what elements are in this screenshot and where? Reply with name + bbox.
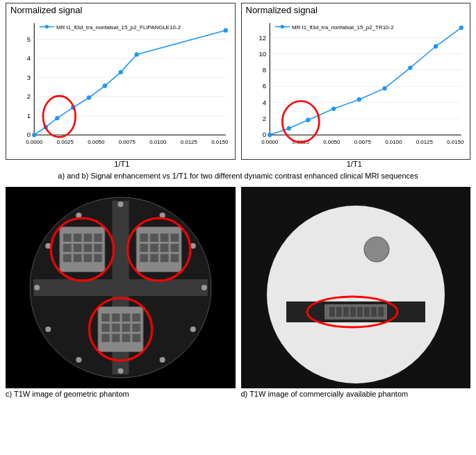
svg-point-20 <box>32 133 36 137</box>
image1-caption: c) T1W image of geometric phantom <box>6 388 236 399</box>
chart2-svg: 0 2 4 6 8 10 12 0.0000 0.0025 0.0050 0.0… <box>242 17 470 161</box>
svg-point-56 <box>286 126 290 131</box>
svg-point-55 <box>268 133 272 137</box>
svg-point-58 <box>331 106 335 110</box>
svg-text:3: 3 <box>27 74 31 81</box>
svg-point-64 <box>282 101 319 142</box>
charts-row: Normalized signal 0 1 2 3 4 5 0.0000 0.0… <box>0 0 476 160</box>
image-commercial-phantom: d) T1W image of commercially available p… <box>241 187 471 413</box>
svg-point-25 <box>103 83 107 88</box>
svg-text:8: 8 <box>262 66 265 74</box>
svg-point-60 <box>382 86 386 90</box>
svg-text:6: 6 <box>262 82 265 90</box>
chart-2: Normalized signal 0 2 4 6 8 10 12 0.0000… <box>241 3 471 160</box>
svg-text:0.0075: 0.0075 <box>354 139 371 145</box>
images-row: c) T1W image of geometric phantom d) T1W… <box>0 184 476 413</box>
svg-text:0.0000: 0.0000 <box>261 139 279 145</box>
svg-text:1: 1 <box>27 112 31 119</box>
svg-text:0.0125: 0.0125 <box>181 139 198 145</box>
svg-text:0: 0 <box>262 131 265 138</box>
image-geometric-phantom: c) T1W image of geometric phantom <box>6 187 236 413</box>
svg-text:2: 2 <box>27 92 31 100</box>
svg-point-22 <box>55 116 59 120</box>
phantom1-canvas <box>6 187 236 388</box>
svg-point-27 <box>134 52 138 56</box>
svg-point-61 <box>408 65 412 69</box>
chart1-title: Normalized signal <box>6 3 235 17</box>
svg-text:MR t1_fl3d_tra_nonfatsat_15_p2: MR t1_fl3d_tra_nonfatsat_15_p2_TR10-2 <box>292 24 394 31</box>
svg-text:0.0125: 0.0125 <box>416 139 433 145</box>
chart1-svg: 0 1 2 3 4 5 0.0000 0.0025 0.0050 0.0075 … <box>6 17 235 161</box>
main-container: Normalized signal 0 1 2 3 4 5 0.0000 0.0… <box>0 0 476 455</box>
svg-point-63 <box>459 26 463 30</box>
svg-text:0.0150: 0.0150 <box>447 139 464 145</box>
svg-point-28 <box>224 28 228 33</box>
svg-text:0.0025: 0.0025 <box>57 139 74 145</box>
svg-text:0.0050: 0.0050 <box>323 139 340 145</box>
svg-text:12: 12 <box>258 34 266 42</box>
svg-point-26 <box>119 70 123 74</box>
caption-ab: a) and b) Signal enhancement vs 1/T1 for… <box>0 168 476 184</box>
svg-text:0.0150: 0.0150 <box>211 139 229 145</box>
svg-point-62 <box>433 44 437 49</box>
svg-point-24 <box>87 95 91 99</box>
image2-caption: d) T1W image of commercially available p… <box>241 388 471 399</box>
svg-point-57 <box>306 118 310 122</box>
svg-text:10: 10 <box>258 50 266 58</box>
svg-text:5: 5 <box>27 35 31 43</box>
svg-text:2: 2 <box>262 115 265 122</box>
svg-text:MR t1_fl3d_tra_nonfatsat_15_p2: MR t1_fl3d_tra_nonfatsat_15_p2_FLIPANGLE… <box>56 24 181 31</box>
svg-text:4: 4 <box>262 99 266 106</box>
svg-point-31 <box>45 25 49 28</box>
svg-text:0: 0 <box>27 131 31 138</box>
svg-text:0.0100: 0.0100 <box>149 139 167 145</box>
svg-point-59 <box>356 97 361 101</box>
svg-text:4: 4 <box>27 54 31 62</box>
svg-text:0.0050: 0.0050 <box>88 139 105 145</box>
svg-text:0.0000: 0.0000 <box>26 139 43 145</box>
svg-text:0.0100: 0.0100 <box>385 139 402 145</box>
chart-1: Normalized signal 0 1 2 3 4 5 0.0000 0.0… <box>6 3 236 160</box>
phantom2-canvas <box>241 187 471 388</box>
chart2-title: Normalized signal <box>242 3 470 17</box>
svg-text:0.0075: 0.0075 <box>119 139 136 145</box>
svg-point-66 <box>280 25 284 28</box>
